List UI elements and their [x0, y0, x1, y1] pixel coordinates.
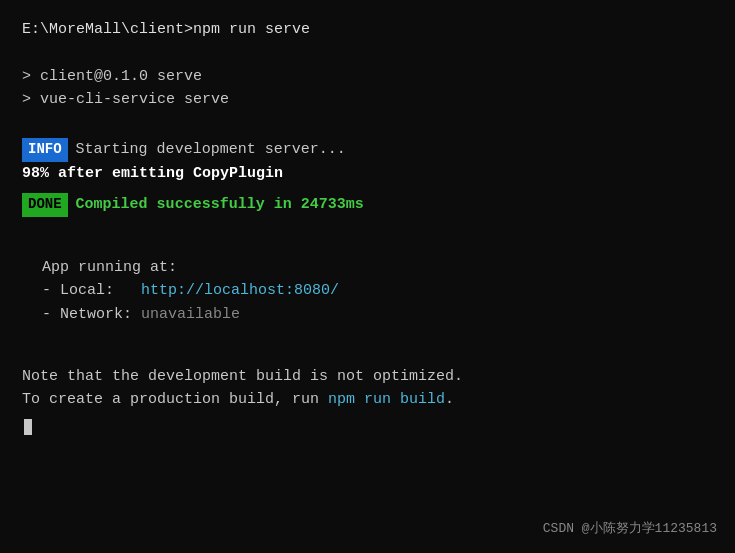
info-text: Starting development server...: [76, 138, 346, 161]
note-line-2: To create a production build, run npm ru…: [22, 388, 713, 411]
empty-line-2: [22, 111, 713, 134]
local-line: - Local: http://localhost:8080/: [42, 279, 713, 302]
done-block: DONE Compiled successfully in 24733ms: [22, 193, 713, 217]
serve-line-1: > client@0.1.0 serve: [22, 65, 713, 88]
empty-line-4: [22, 342, 713, 365]
terminal-window: E:\MoreMall\client>npm run serve > clien…: [0, 0, 735, 553]
note-line-1: Note that the development build is not o…: [22, 365, 713, 388]
app-running-section: App running at: - Local: http://localhos…: [42, 233, 713, 326]
cursor: [24, 419, 32, 435]
note-section: Note that the development build is not o…: [22, 342, 713, 412]
npm-run-build: npm run build: [328, 391, 445, 408]
progress-line: 98% after emitting CopyPlugin: [22, 162, 713, 185]
note-suffix: .: [445, 391, 454, 408]
app-running-label: App running at:: [42, 256, 713, 279]
info-block: INFO Starting development server...: [22, 138, 713, 162]
network-value: unavailable: [141, 306, 240, 323]
local-url[interactable]: http://localhost:8080/: [141, 282, 339, 299]
local-label: - Local:: [42, 282, 141, 299]
empty-line-1: [22, 41, 713, 64]
watermark: CSDN @小陈努力学11235813: [543, 519, 717, 539]
network-line: - Network: unavailable: [42, 303, 713, 326]
done-text: Compiled successfully in 24733ms: [76, 193, 364, 216]
info-badge: INFO: [22, 138, 68, 162]
done-badge: DONE: [22, 193, 68, 217]
empty-line-3: [42, 233, 713, 256]
cursor-line: [22, 416, 713, 439]
network-label: - Network:: [42, 306, 141, 323]
note-prefix: To create a production build, run: [22, 391, 328, 408]
command-line: E:\MoreMall\client>npm run serve: [22, 18, 713, 41]
serve-line-2: > vue-cli-service serve: [22, 88, 713, 111]
